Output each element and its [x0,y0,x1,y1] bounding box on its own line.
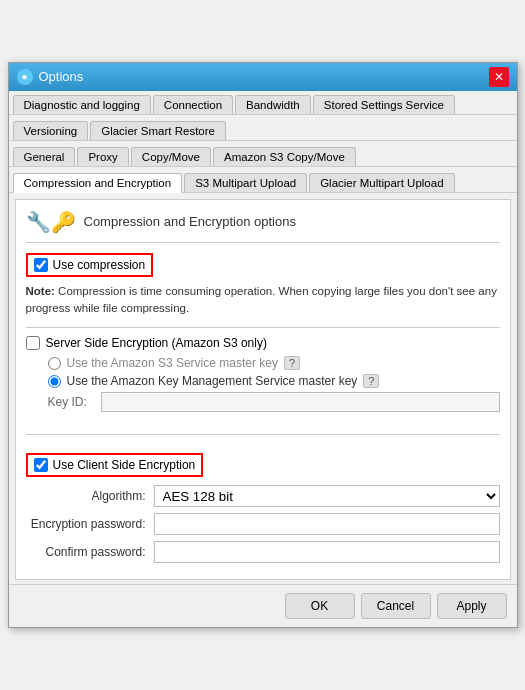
tools-icon: 🔧🔑 [26,210,76,234]
server-side-label: Server Side Encryption (Amazon S3 only) [46,336,267,350]
title-bar: ● Options ✕ [9,63,517,91]
enc-password-row: Encryption password: [26,513,500,535]
radio-kms-master-label: Use the Amazon Key Management Service ma… [67,374,358,388]
help-s3-master-button[interactable]: ? [284,356,300,370]
radio-s3-master-label: Use the Amazon S3 Service master key [67,356,278,370]
tab-bandwidth[interactable]: Bandwidth [235,95,311,114]
algorithm-label: Algorithm: [26,489,146,503]
tab-proxy[interactable]: Proxy [77,147,128,166]
window-title: Options [39,69,84,84]
tab-rows-area: Diagnostic and logging Connection Bandwi… [9,91,517,193]
use-client-side-checkbox[interactable] [34,458,48,472]
confirm-password-input[interactable] [154,541,500,563]
help-kms-master-button[interactable]: ? [363,374,379,388]
content-area: 🔧🔑 Compression and Encryption options Us… [15,199,511,581]
tab-row-4: Compression and Encryption S3 Multipart … [9,169,517,193]
tab-stored-settings[interactable]: Stored Settings Service [313,95,455,114]
key-id-label: Key ID: [48,395,93,409]
options-window: ● Options ✕ Diagnostic and logging Conne… [8,62,518,629]
spacer [26,412,500,426]
compression-note: Note: Compression is time consuming oper… [26,283,500,318]
radio-kms-master[interactable] [48,375,61,388]
apply-button[interactable]: Apply [437,593,507,619]
ok-button[interactable]: OK [285,593,355,619]
tab-row-2: Versioning Glacier Smart Restore [9,117,517,141]
radio-s3-master[interactable] [48,357,61,370]
client-side-label: Use Client Side Encryption [53,458,196,472]
note-prefix: Note: [26,285,55,297]
tab-general[interactable]: General [13,147,76,166]
tab-glacier-multipart[interactable]: Glacier Multipart Upload [309,173,454,192]
client-section: Use Client Side Encryption Algorithm: AE… [26,453,500,563]
key-id-input[interactable] [101,392,500,412]
tab-row-1: Diagnostic and logging Connection Bandwi… [9,91,517,115]
radio-row-2: Use the Amazon Key Management Service ma… [48,374,500,388]
server-side-checkbox[interactable] [26,336,40,350]
bottom-bar: OK Cancel Apply [9,584,517,627]
use-compression-checkbox[interactable] [34,258,48,272]
algorithm-select[interactable]: AES 128 bit AES 256 bit [154,485,500,507]
key-id-row: Key ID: [48,392,500,412]
tab-row-3: General Proxy Copy/Move Amazon S3 Copy/M… [9,143,517,167]
tab-glacier-smart[interactable]: Glacier Smart Restore [90,121,226,140]
tab-connection[interactable]: Connection [153,95,233,114]
tab-s3-multipart[interactable]: S3 Multipart Upload [184,173,307,192]
confirm-password-row: Confirm password: [26,541,500,563]
algorithm-row: Algorithm: AES 128 bit AES 256 bit [26,485,500,507]
cancel-button[interactable]: Cancel [361,593,431,619]
tab-s3-copy-move[interactable]: Amazon S3 Copy/Move [213,147,356,166]
compression-row: Use compression [26,253,500,277]
use-compression-label: Use compression [53,258,146,272]
section-title: Compression and Encryption options [84,214,296,229]
app-icon: ● [17,69,33,85]
radio-row-1: Use the Amazon S3 Service master key ? [48,356,500,370]
confirm-password-label: Confirm password: [26,545,146,559]
divider-2 [26,434,500,435]
radio-group: Use the Amazon S3 Service master key ? U… [48,356,500,388]
divider-1 [26,327,500,328]
enc-password-label: Encryption password: [26,517,146,531]
close-button[interactable]: ✕ [489,67,509,87]
enc-password-input[interactable] [154,513,500,535]
title-bar-left: ● Options [17,69,84,85]
tab-compression-encryption[interactable]: Compression and Encryption [13,173,183,193]
tab-diagnostic[interactable]: Diagnostic and logging [13,95,151,114]
note-body: Compression is time consuming operation.… [26,285,497,314]
section-header: 🔧🔑 Compression and Encryption options [26,210,500,243]
tab-copy-move[interactable]: Copy/Move [131,147,211,166]
compression-highlighted: Use compression [26,253,154,277]
client-side-highlighted: Use Client Side Encryption [26,453,204,477]
client-side-row: Use Client Side Encryption [26,453,500,477]
tab-versioning[interactable]: Versioning [13,121,89,140]
server-side-row: Server Side Encryption (Amazon S3 only) [26,336,500,350]
